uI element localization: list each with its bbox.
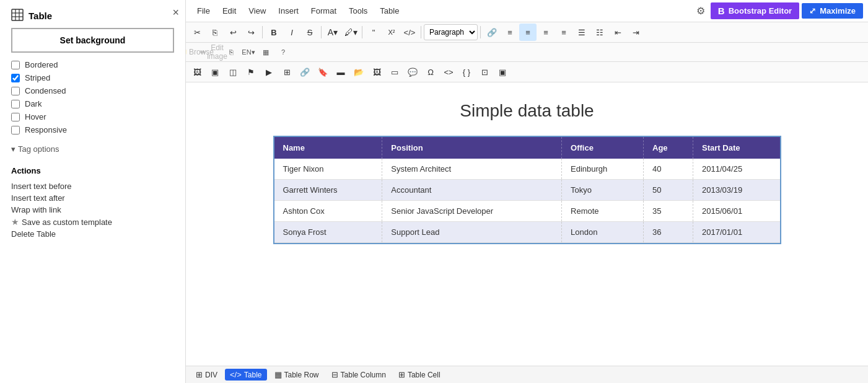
condensed-checkbox[interactable] [11, 87, 20, 95]
menu-tools[interactable]: Tools [343, 4, 374, 18]
insert-embed-button[interactable]: ◫ [224, 63, 242, 81]
table-row: Tiger NixonSystem ArchitectEdinburgh4020… [274, 159, 780, 180]
action-insert-text-before[interactable]: Insert text before [11, 180, 174, 192]
insert-link2-button[interactable]: 🔗 [296, 63, 313, 81]
menu-view[interactable]: View [242, 4, 272, 18]
responsive-checkbox[interactable] [11, 126, 20, 134]
menu-file[interactable]: File [191, 4, 216, 18]
action-wrap-with-link[interactable]: Wrap with link [11, 204, 174, 216]
svg-rect-0 [12, 9, 23, 20]
insert-bookmark-button[interactable]: 🔖 [314, 63, 331, 81]
striped-checkbox[interactable] [11, 74, 20, 82]
hover-checkbox[interactable] [11, 113, 20, 121]
maximize-button[interactable]: ⤢ Maximize [802, 3, 863, 19]
action-save-as-custom-template[interactable]: ★Save as custom template [11, 216, 174, 228]
menu-insert[interactable]: Insert [272, 4, 305, 18]
menu-format[interactable]: Format [305, 4, 343, 18]
table-cell-1-4: 2013/03/19 [693, 180, 780, 201]
status-table-row[interactable]: ▦Table Row [270, 369, 324, 381]
settings-button[interactable]: ⚙ [691, 1, 711, 21]
action-insert-text-after[interactable]: Insert text after [11, 192, 174, 204]
table-wrapper: NamePositionOfficeAgeStart Date Tiger Ni… [273, 136, 781, 244]
status-bar: ⊞DIV</>Table▦Table Row⊟Table Column⊞Tabl… [186, 366, 868, 383]
grid2-button[interactable]: ▦ [258, 44, 274, 60]
close-button[interactable]: × [172, 6, 179, 19]
tag-options-toggle[interactable]: ▾ Tag options [6, 142, 179, 156]
table-cell-2-2: Remote [562, 201, 644, 222]
insert-widget-button[interactable]: ⊡ [476, 63, 493, 81]
code2-button[interactable]: EN▾ [240, 44, 256, 60]
font-color-button[interactable]: A▾ [324, 24, 341, 41]
bullet-list-button[interactable]: ☰ [573, 24, 590, 41]
menu-table[interactable]: Table [374, 4, 405, 18]
status-icon-1: </> [230, 370, 242, 379]
bordered-checkbox[interactable] [11, 61, 20, 69]
table-row: Sonya FrostSupport LeadLondon362017/01/0… [274, 222, 780, 243]
blockquote-button[interactable]: " [365, 24, 382, 41]
th-position: Position [382, 137, 562, 159]
insert-comment-button[interactable]: 💬 [404, 63, 421, 81]
insert-hr-button[interactable]: ▬ [332, 63, 349, 81]
set-background-button[interactable]: Set background [11, 28, 174, 53]
table-cell-0-1: System Architect [382, 159, 562, 180]
insert-video-button[interactable]: ▶ [260, 63, 278, 81]
insert-box-button[interactable]: ▭ [386, 63, 403, 81]
edit-image-button[interactable]: ✏ Edit image [206, 44, 222, 60]
status-table-column[interactable]: ⊟Table Column [327, 369, 391, 381]
left-panel: Table × Set background BorderedStripedCo… [0, 0, 186, 383]
align-justify-button[interactable]: ≡ [555, 24, 572, 41]
checkbox-condensed: Condensed [11, 86, 174, 95]
paragraph-select[interactable]: Paragraph Heading 1 Heading 2 [424, 24, 478, 40]
status-table-cell[interactable]: ⊞Table Cell [393, 369, 445, 381]
insert-char-button[interactable]: Ω [422, 63, 439, 81]
tag-options-label: Tag options [18, 144, 59, 154]
indent-button[interactable]: ⇥ [627, 24, 644, 41]
superscript-button[interactable]: X² [383, 24, 400, 41]
th-age: Age [644, 137, 693, 159]
table-row: Garrett WintersAccountantTokyo502013/03/… [274, 180, 780, 201]
dark-checkbox[interactable] [11, 100, 20, 108]
highlight-button[interactable]: 🖊▾ [342, 24, 359, 41]
sep5 [480, 26, 481, 38]
status-div[interactable]: ⊞DIV [191, 369, 222, 381]
insert-misc-button[interactable]: ▣ [494, 63, 511, 81]
insert-gallery-button[interactable]: 🖼 [368, 63, 385, 81]
align-right-button[interactable]: ≡ [537, 24, 555, 41]
insert-image-button[interactable]: 🖼 [188, 63, 206, 81]
action-delete-table[interactable]: Delete Table [11, 228, 174, 240]
insert-file-button[interactable]: 📂 [350, 63, 367, 81]
insert-shortcode-button[interactable]: { } [458, 63, 475, 81]
insert-code3-button[interactable]: <> [440, 63, 457, 81]
data-table[interactable]: NamePositionOfficeAgeStart Date Tiger Ni… [274, 137, 780, 243]
ordered-list-button[interactable]: ☷ [591, 24, 608, 41]
bold-button[interactable]: B [265, 24, 283, 41]
undo-button[interactable]: ↩ [224, 24, 242, 41]
insert-table-button[interactable]: ⊞ [278, 63, 296, 81]
align-left-button[interactable]: ≡ [501, 24, 519, 41]
redo-button[interactable]: ↪ [242, 24, 260, 41]
checkbox-group: BorderedStripedCondensedDarkHoverRespons… [6, 60, 179, 134]
help-button[interactable]: ? [275, 44, 291, 60]
action-label: Save as custom template [22, 218, 112, 227]
cut-button[interactable]: ✂ [188, 24, 206, 41]
insert-media-button[interactable]: ▣ [206, 63, 224, 81]
status-table[interactable]: </>Table [225, 369, 266, 381]
bootstrap-editor-button[interactable]: B Bootstrap Editor [711, 2, 799, 19]
table-panel-icon [11, 9, 24, 23]
italic-button[interactable]: I [283, 24, 300, 41]
checkbox-bordered: Bordered [11, 60, 174, 69]
insert-flag-button[interactable]: ⚑ [242, 63, 260, 81]
actions-section: Actions Insert text beforeInsert text af… [6, 161, 179, 245]
code-button[interactable]: </> [401, 24, 418, 41]
folder-icon: 📁 [186, 48, 188, 56]
bootstrap-label: Bootstrap Editor [729, 6, 792, 15]
table-cell-0-2: Edinburgh [562, 159, 644, 180]
strikethrough-button[interactable]: S [301, 24, 318, 41]
table-cell-0-0: Tiger Nixon [274, 159, 382, 180]
menu-edit[interactable]: Edit [216, 4, 242, 18]
sep4 [421, 26, 421, 38]
align-center-button[interactable]: ≡ [519, 24, 537, 41]
outdent-button[interactable]: ⇤ [609, 24, 626, 41]
copy-button[interactable]: ⎘ [206, 24, 224, 41]
link-button[interactable]: 🔗 [483, 24, 501, 41]
